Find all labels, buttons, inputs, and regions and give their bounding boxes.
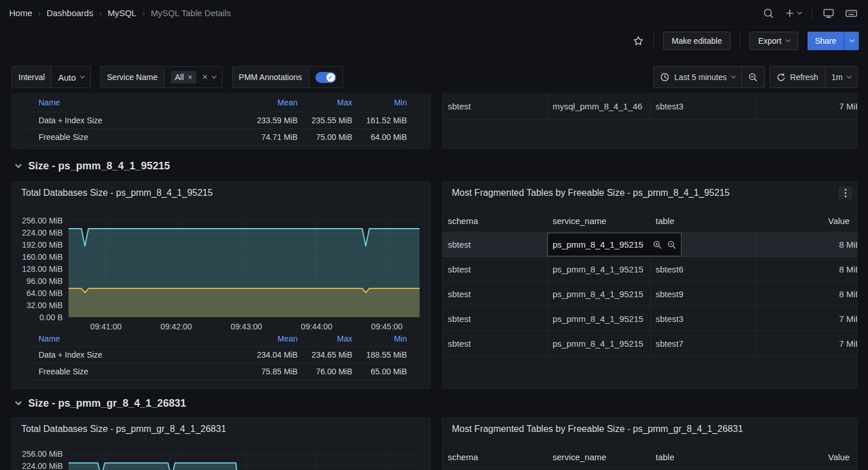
make-editable-button[interactable]: Make editable [663,32,730,50]
legend-header-name[interactable]: Name [39,98,243,107]
cell-value[interactable]: 7 MiB [756,93,857,119]
panel-title[interactable]: Most Fragmented Tables by Freeable Size … [443,418,857,434]
column-header-service-name[interactable]: service_name [547,452,650,462]
share-menu-button[interactable] [844,32,859,50]
breadcrumb-mysql[interactable]: MySQL [108,8,136,18]
chart-plot-area[interactable] [68,454,420,470]
series-max: 235.55 MiB [298,116,352,125]
cell-table[interactable]: sbtest9 [650,282,756,306]
zoom-out-time-button[interactable] [742,67,764,88]
cell-value[interactable]: 8 MiB [756,257,857,281]
zoom-out-icon [748,73,758,82]
legend-header-min[interactable]: Min [352,334,407,343]
cell-schema[interactable]: sbtest [443,93,547,119]
cell-table[interactable]: sbtest6 [650,257,756,281]
chevron-down-icon [15,161,21,168]
series-name[interactable]: Data + Index Size [39,116,243,125]
cell-table[interactable]: sbtest3 [650,93,756,119]
share-button[interactable]: Share [808,32,844,50]
new-dashboard-button[interactable] [785,8,801,18]
filter-for-value-icon[interactable] [653,240,662,249]
refresh-interval-select[interactable]: 1m [825,67,857,88]
refresh-button[interactable]: Refresh [770,67,825,88]
legend-header-mean[interactable]: Mean [243,98,298,107]
search-icon[interactable] [763,7,774,19]
table-row[interactable]: sbtest ps_pmm_8_4_1_95215 sbtest6 8 MiB [443,257,857,282]
legend-header-mean[interactable]: Mean [243,334,298,343]
panel-most-fragmented-26831: Most Fragmented Tables by Freeable Size … [442,418,858,470]
chevron-down-icon [797,9,802,14]
interval-select[interactable]: Auto [52,67,90,88]
cell-service-name[interactable]: ps_pmm_8_4_1_95215 [547,331,650,355]
table-row[interactable]: sbtest ps_pmm_8_4_1_95215 sbtest9 8 MiB [443,282,857,306]
y-axis-tick: 224.00 MiB [12,228,63,237]
series-name[interactable]: Freeable Size [39,367,243,376]
section-row-size-ps-pmm[interactable]: Size - ps_pmm_8_4_1_95215 [16,157,170,175]
clear-selection-icon[interactable]: × [202,72,207,82]
service-name-chip[interactable]: All × [171,71,197,84]
column-header-table[interactable]: table [650,452,756,462]
chip-remove-icon[interactable]: × [188,73,192,82]
filter-out-value-icon[interactable] [667,240,676,249]
keyboard-shortcuts-icon[interactable] [845,7,858,19]
cell-schema[interactable]: sbtest [443,331,547,355]
cell-table[interactable]: sbtest7 [650,331,756,355]
cell-schema[interactable]: sbtest [443,306,547,331]
section-title: Size - ps_pmm_8_4_1_95215 [28,160,170,172]
section-row-size-ps-pmm-gr[interactable]: Size - ps_pmm_gr_8_4_1_26831 [16,394,186,412]
legend-header-row: Name Mean Max Min [28,331,407,347]
cell-value[interactable]: 7 MiB [756,331,857,355]
column-header-schema[interactable]: schema [443,452,547,462]
series-mean: 233.59 MiB [243,116,298,125]
column-header-schema[interactable]: schema [443,216,547,226]
table-row[interactable]: sbtest 8 MiB ps_pmm_8_4_1_95215 [443,232,857,257]
favorite-star-icon[interactable] [633,35,644,47]
column-header-value[interactable]: Value [756,452,857,462]
y-axis-tick: 224.00 MiB [12,461,63,470]
legend-header-min[interactable]: Min [352,98,407,107]
cell-schema[interactable]: sbtest [443,282,547,306]
cell-value[interactable]: 8 MiB [756,232,857,256]
panel-title[interactable]: Most Fragmented Tables by Freeable Size … [443,182,857,198]
interval-control: Interval Auto [12,66,91,88]
service-name-select[interactable]: All × × [165,67,222,88]
y-axis-tick: 0.00 B [12,313,63,322]
chart-plot-area[interactable] [68,221,420,317]
cell-service-name[interactable]: mysql_pmm_8_4_1_46 [547,93,650,119]
cell-schema[interactable]: sbtest [443,232,547,256]
pmm-annotations-toggle[interactable]: ✓ [315,72,336,83]
time-range-button[interactable]: Last 5 minutes [654,67,741,88]
table-row[interactable]: sbtest ps_pmm_8_4_1_95215 sbtest7 7 MiB [443,331,857,356]
clock-icon [660,73,669,82]
chart-legend: Name Mean Max Min Data + Index Size 233.… [12,93,430,146]
cell-schema[interactable]: sbtest [443,257,547,281]
table-row[interactable]: sbtest ps_pmm_8_4_1_95215 sbtest3 7 MiB [443,306,857,331]
cell-value[interactable]: 7 MiB [756,306,857,331]
series-min: 64.00 MiB [352,132,407,142]
cell-service-name[interactable]: ps_pmm_8_4_1_95215 [547,282,650,306]
cell-table[interactable]: sbtest3 [650,306,756,331]
cell-service-name[interactable]: ps_pmm_8_4_1_95215 [547,257,650,281]
column-header-service-name[interactable]: service_name [547,216,650,226]
legend-header-name[interactable]: Name [39,334,243,343]
share-split-button: Share [808,32,859,50]
legend-header-max[interactable]: Max [298,334,352,343]
breadcrumb-dashboards[interactable]: Dashboards [47,8,93,18]
kiosk-mode-icon[interactable] [823,7,835,19]
legend-header-max[interactable]: Max [298,98,352,107]
breadcrumb: Home › Dashboards › MySQL › MySQL Table … [9,8,231,18]
series-name[interactable]: Data + Index Size [39,350,243,359]
panel-most-fragmented-previous: sbtest mysql_pmm_8_4_1_46 sbtest3 7 MiB [442,93,858,149]
dashboard-canvas: Name Mean Max Min Data + Index Size 233.… [0,90,868,470]
cell-service-name[interactable]: ps_pmm_8_4_1_95215 [547,306,650,331]
dashboard-controls: Interval Auto Service Name All × × [0,55,868,90]
series-name[interactable]: Freeable Size [39,132,243,142]
column-header-value[interactable]: Value [756,216,857,226]
export-button[interactable]: Export [749,32,798,50]
breadcrumb-separator: › [142,8,145,18]
cell-value[interactable]: 8 MiB [756,282,857,306]
panel-menu-button[interactable] [839,187,852,199]
column-header-table[interactable]: table [650,216,756,226]
breadcrumb-home[interactable]: Home [9,8,32,18]
table-row[interactable]: sbtest mysql_pmm_8_4_1_46 sbtest3 7 MiB [443,93,857,120]
